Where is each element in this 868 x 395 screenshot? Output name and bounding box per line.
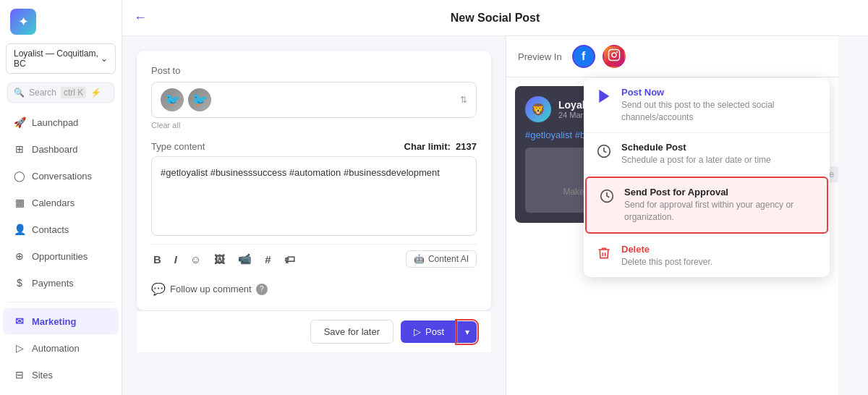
- dropdown-send-approval[interactable]: Send Post for Approval Send for approval…: [585, 177, 828, 234]
- video-button[interactable]: 📹: [236, 250, 254, 268]
- preview-tabs: Preview In f: [506, 36, 838, 77]
- char-limit-label: Char limit:: [404, 141, 451, 152]
- form-bottom-bar: Save for later ▷ Post ▾: [137, 310, 491, 352]
- emoji-button[interactable]: ☺: [188, 251, 203, 268]
- post-button-group: ▷ Post ▾: [401, 320, 477, 343]
- sidebar-item-conversations[interactable]: ◯ Conversations: [3, 163, 119, 189]
- dropdown-approval-content: Send Post for Approval Send for approval…: [624, 187, 815, 224]
- dropdown-post-now[interactable]: Post Now Send out this post to the selec…: [584, 78, 830, 133]
- post-action-dropdown: Post Now Send out this post to the selec…: [584, 78, 830, 277]
- schedule-icon: [595, 143, 613, 160]
- svg-rect-0: [608, 50, 619, 61]
- preview-tab-facebook[interactable]: f: [572, 45, 595, 68]
- comment-icon: 💬: [151, 282, 166, 296]
- approval-title: Send Post for Approval: [624, 187, 815, 198]
- dropdown-delete[interactable]: Delete Delete this post forever.: [584, 235, 830, 277]
- nav-divider: [7, 302, 114, 302]
- chevron-down-icon: ⌄: [101, 54, 108, 64]
- sites-icon: ⊟: [13, 368, 26, 381]
- avatar-1: 🐦: [161, 88, 184, 111]
- location-selector[interactable]: Loyalist — Coquitlam, BC ⌄: [6, 43, 116, 74]
- schedule-desc: Schedule a post for a later date or time: [621, 154, 771, 166]
- back-button[interactable]: ←: [134, 10, 147, 25]
- preview-panel: Preview In f �: [506, 36, 838, 395]
- avatar-2: 🐦: [188, 88, 211, 111]
- sidebar-item-marketing[interactable]: ✉ Marketing: [3, 308, 119, 334]
- formatting-toolbar: B I ☺ 🖼 📹 # 🏷 🤖 Content AI: [151, 244, 477, 268]
- instagram-icon: [608, 48, 621, 64]
- bold-button[interactable]: B: [151, 251, 163, 268]
- delete-desc: Delete this post forever.: [621, 256, 712, 268]
- post-button[interactable]: ▷ Post: [401, 320, 457, 343]
- sidebar-item-payments[interactable]: $ Payments: [3, 270, 119, 296]
- dropdown-schedule-content: Schedule Post Schedule a post for a late…: [621, 142, 771, 166]
- content-input[interactable]: #getloyalist #businesssuccess #automatio…: [151, 156, 477, 236]
- sidebar-item-launchpad[interactable]: 🚀 Launchpad: [3, 109, 119, 135]
- sidebar-item-calendars[interactable]: ▦ Calendars: [3, 190, 119, 216]
- post-form-panel: Post to 🐦 🐦 ⇅ Clear all Type content Cha…: [122, 36, 506, 395]
- sidebar-item-label: Opportunities: [32, 251, 88, 262]
- sidebar-item-label: Payments: [32, 278, 74, 289]
- follow-up-comment[interactable]: 💬 Follow up comment ?: [151, 282, 477, 296]
- content-ai-label: Content AI: [428, 254, 469, 264]
- form-card: Post to 🐦 🐦 ⇅ Clear all Type content Cha…: [137, 51, 491, 310]
- delete-title: Delete: [621, 244, 712, 255]
- dropdown-delete-content: Delete Delete this post forever.: [621, 244, 712, 268]
- search-bar[interactable]: 🔍 Search ctrl K ⚡: [7, 82, 114, 103]
- approval-desc: Send for approval first within your agen…: [624, 199, 815, 224]
- clear-all-button[interactable]: Clear all: [151, 121, 477, 129]
- location-label: Loyalist — Coquitlam, BC: [14, 48, 101, 69]
- sidebar-logo: ✦: [0, 0, 122, 43]
- preview-tab-instagram[interactable]: [603, 45, 626, 68]
- save-later-button[interactable]: Save for later: [310, 320, 393, 344]
- approval-icon: [598, 187, 616, 205]
- sidebar-item-sites[interactable]: ⊟ Sites: [3, 362, 119, 388]
- sidebar-item-automation[interactable]: ▷ Automation: [3, 335, 119, 361]
- post-now-desc: Send out this post to the selected socia…: [621, 99, 818, 124]
- post-now-icon: [595, 88, 613, 105]
- sidebar-item-opportunities[interactable]: ⊕ Opportunities: [3, 243, 119, 269]
- char-limit: Char limit: 2137: [404, 141, 477, 152]
- sidebar: ✦ Loyalist — Coquitlam, BC ⌄ 🔍 Search ct…: [0, 0, 122, 395]
- post-to-avatars: 🐦 🐦: [161, 88, 211, 111]
- help-icon[interactable]: ?: [256, 284, 268, 295]
- dropdown-post-now-content: Post Now Send out this post to the selec…: [621, 87, 818, 124]
- svg-point-2: [616, 51, 618, 53]
- hashtag-button[interactable]: #: [263, 251, 273, 268]
- sidebar-item-label: Marketing: [32, 316, 76, 327]
- post-to-label: Post to: [151, 65, 477, 76]
- schedule-title: Schedule Post: [621, 142, 771, 153]
- svg-marker-3: [600, 91, 608, 102]
- italic-button[interactable]: I: [172, 251, 179, 268]
- automation-icon: ▷: [13, 341, 26, 354]
- app-logo-icon: ✦: [10, 9, 36, 35]
- post-now-title: Post Now: [621, 87, 818, 98]
- lightning-icon: ⚡: [90, 88, 101, 98]
- ai-icon: 🤖: [414, 254, 425, 264]
- post-label: Post: [425, 326, 444, 337]
- sidebar-item-label: Sites: [32, 370, 53, 381]
- sidebar-nav: 🚀 Launchpad ⊞ Dashboard ◯ Conversations …: [0, 109, 122, 395]
- page-title: New Social Post: [451, 12, 540, 25]
- sidebar-item-dashboard[interactable]: ⊞ Dashboard: [3, 136, 119, 162]
- post-to-selector[interactable]: 🐦 🐦 ⇅: [151, 82, 477, 118]
- marketing-icon: ✉: [13, 315, 26, 328]
- sidebar-item-label: Contacts: [32, 224, 69, 235]
- content-ai-button[interactable]: 🤖 Content AI: [406, 250, 477, 268]
- post-dropdown-button[interactable]: ▾: [457, 321, 477, 343]
- dashboard-icon: ⊞: [13, 143, 26, 156]
- dropdown-schedule-post[interactable]: Schedule Post Schedule a post for a late…: [584, 133, 830, 176]
- sidebar-item-label: Launchpad: [32, 117, 78, 128]
- search-icon: 🔍: [14, 88, 25, 98]
- payments-icon: $: [13, 276, 26, 289]
- content-area: Post to 🐦 🐦 ⇅ Clear all Type content Cha…: [122, 36, 868, 395]
- sidebar-item-label: Dashboard: [32, 144, 78, 155]
- chevron-updown-icon: ⇅: [460, 95, 467, 105]
- facebook-icon: f: [582, 50, 585, 63]
- sidebar-item-contacts[interactable]: 👤 Contacts: [3, 216, 119, 242]
- sidebar-item-label: Automation: [32, 343, 80, 354]
- preview-avatar: 🦁: [525, 96, 551, 122]
- sidebar-item-reputation[interactable]: ◎ Reputation: [3, 388, 119, 395]
- image-button[interactable]: 🖼: [212, 251, 227, 268]
- tag-button[interactable]: 🏷: [282, 251, 297, 268]
